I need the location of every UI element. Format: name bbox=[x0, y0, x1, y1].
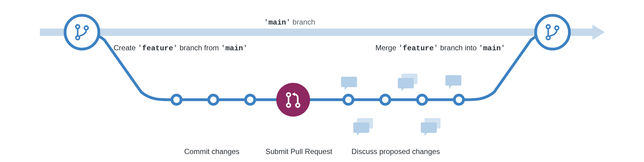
main-name: main bbox=[483, 44, 501, 52]
discuss-node bbox=[417, 95, 427, 104]
speech-bubble-double-icon bbox=[421, 118, 440, 136]
feature-branch-path bbox=[82, 32, 553, 100]
svg-rect-0 bbox=[40, 29, 592, 36]
quote: ' bbox=[221, 44, 225, 52]
quote: ' bbox=[138, 44, 142, 52]
speech-bubble-icon bbox=[341, 77, 357, 90]
main-branch-arrow bbox=[40, 25, 605, 40]
speech-bubble-double-icon bbox=[353, 118, 373, 136]
discuss-node bbox=[381, 95, 390, 104]
feature-name: feature bbox=[142, 44, 173, 52]
feature-name: feature bbox=[403, 44, 434, 52]
text: branch into bbox=[438, 44, 479, 52]
commit-node bbox=[172, 95, 181, 104]
main-branch-name: main bbox=[268, 18, 286, 27]
discuss-changes-label: Discuss proposed changes bbox=[351, 147, 440, 156]
speech-bubble-double-icon bbox=[398, 74, 417, 91]
quote: ' bbox=[286, 18, 290, 27]
submit-pr-label: Submit Pull Request bbox=[266, 147, 332, 156]
commit-node bbox=[246, 95, 255, 104]
merge-branch-label: Merge 'feature' branch into 'main' bbox=[375, 44, 505, 52]
text: branch from bbox=[177, 44, 221, 52]
quote: ' bbox=[501, 44, 505, 52]
commit-changes-label: Commit changes bbox=[184, 147, 239, 156]
quote: ' bbox=[264, 18, 268, 27]
commit-node bbox=[209, 95, 218, 104]
quote: ' bbox=[398, 44, 403, 52]
create-branch-label: Create 'feature' branch from 'main' bbox=[114, 44, 247, 52]
git-flow-diagram bbox=[0, 0, 644, 162]
text: Create bbox=[114, 44, 138, 52]
branch-suffix: branch bbox=[290, 18, 315, 26]
svg-marker-1 bbox=[592, 25, 605, 40]
svg-point-7 bbox=[536, 15, 569, 49]
quote: ' bbox=[434, 44, 438, 52]
quote: ' bbox=[173, 44, 177, 52]
discuss-node bbox=[344, 95, 353, 104]
speech-bubble-icon bbox=[445, 75, 461, 89]
text: Merge bbox=[375, 44, 398, 52]
quote: ' bbox=[243, 44, 247, 52]
pull-request-node bbox=[276, 83, 310, 117]
quote: ' bbox=[479, 44, 483, 52]
speech-bubbles bbox=[341, 74, 461, 136]
main-name: main bbox=[225, 44, 243, 52]
end-node bbox=[536, 15, 569, 49]
svg-point-2 bbox=[65, 15, 99, 49]
main-branch-label: 'main' branch bbox=[264, 18, 315, 27]
start-node bbox=[65, 15, 99, 49]
svg-point-12 bbox=[276, 83, 310, 117]
discuss-node bbox=[454, 95, 464, 104]
